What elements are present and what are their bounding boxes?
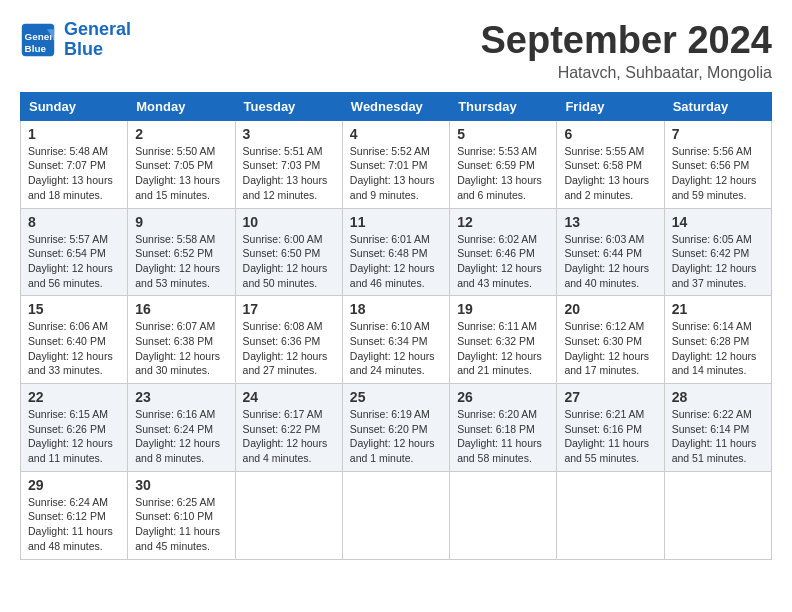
calendar-cell: 30Sunrise: 6:25 AM Sunset: 6:10 PM Dayli…: [128, 471, 235, 559]
day-info: Sunrise: 6:24 AM Sunset: 6:12 PM Dayligh…: [28, 495, 120, 554]
calendar-cell: 11Sunrise: 6:01 AM Sunset: 6:48 PM Dayli…: [342, 208, 449, 296]
day-info: Sunrise: 5:48 AM Sunset: 7:07 PM Dayligh…: [28, 144, 120, 203]
day-number: 25: [350, 389, 442, 405]
day-number: 19: [457, 301, 549, 317]
svg-text:Blue: Blue: [25, 42, 47, 53]
day-info: Sunrise: 6:14 AM Sunset: 6:28 PM Dayligh…: [672, 319, 764, 378]
day-number: 18: [350, 301, 442, 317]
day-info: Sunrise: 6:16 AM Sunset: 6:24 PM Dayligh…: [135, 407, 227, 466]
calendar-cell: 19Sunrise: 6:11 AM Sunset: 6:32 PM Dayli…: [450, 296, 557, 384]
calendar-table: SundayMondayTuesdayWednesdayThursdayFrid…: [20, 92, 772, 560]
calendar-cell: 18Sunrise: 6:10 AM Sunset: 6:34 PM Dayli…: [342, 296, 449, 384]
day-info: Sunrise: 5:50 AM Sunset: 7:05 PM Dayligh…: [135, 144, 227, 203]
calendar-cell: [557, 471, 664, 559]
day-number: 8: [28, 214, 120, 230]
calendar-week-row: 22Sunrise: 6:15 AM Sunset: 6:26 PM Dayli…: [21, 384, 772, 472]
day-info: Sunrise: 6:21 AM Sunset: 6:16 PM Dayligh…: [564, 407, 656, 466]
calendar-cell: 20Sunrise: 6:12 AM Sunset: 6:30 PM Dayli…: [557, 296, 664, 384]
calendar-cell: 6Sunrise: 5:55 AM Sunset: 6:58 PM Daylig…: [557, 120, 664, 208]
weekday-header-row: SundayMondayTuesdayWednesdayThursdayFrid…: [21, 92, 772, 120]
weekday-header-friday: Friday: [557, 92, 664, 120]
calendar-cell: 17Sunrise: 6:08 AM Sunset: 6:36 PM Dayli…: [235, 296, 342, 384]
calendar-cell: 27Sunrise: 6:21 AM Sunset: 6:16 PM Dayli…: [557, 384, 664, 472]
day-number: 15: [28, 301, 120, 317]
calendar-cell: 14Sunrise: 6:05 AM Sunset: 6:42 PM Dayli…: [664, 208, 771, 296]
day-number: 16: [135, 301, 227, 317]
logo-icon: General Blue: [20, 22, 56, 58]
day-info: Sunrise: 6:06 AM Sunset: 6:40 PM Dayligh…: [28, 319, 120, 378]
calendar-cell: 26Sunrise: 6:20 AM Sunset: 6:18 PM Dayli…: [450, 384, 557, 472]
calendar-cell: 9Sunrise: 5:58 AM Sunset: 6:52 PM Daylig…: [128, 208, 235, 296]
day-info: Sunrise: 6:05 AM Sunset: 6:42 PM Dayligh…: [672, 232, 764, 291]
day-info: Sunrise: 6:17 AM Sunset: 6:22 PM Dayligh…: [243, 407, 335, 466]
calendar-cell: [450, 471, 557, 559]
day-number: 11: [350, 214, 442, 230]
calendar-cell: 28Sunrise: 6:22 AM Sunset: 6:14 PM Dayli…: [664, 384, 771, 472]
day-number: 5: [457, 126, 549, 142]
day-number: 6: [564, 126, 656, 142]
day-number: 23: [135, 389, 227, 405]
day-info: Sunrise: 6:11 AM Sunset: 6:32 PM Dayligh…: [457, 319, 549, 378]
day-number: 29: [28, 477, 120, 493]
day-info: Sunrise: 5:56 AM Sunset: 6:56 PM Dayligh…: [672, 144, 764, 203]
calendar-cell: 10Sunrise: 6:00 AM Sunset: 6:50 PM Dayli…: [235, 208, 342, 296]
day-info: Sunrise: 6:03 AM Sunset: 6:44 PM Dayligh…: [564, 232, 656, 291]
day-number: 21: [672, 301, 764, 317]
day-number: 30: [135, 477, 227, 493]
weekday-header-sunday: Sunday: [21, 92, 128, 120]
day-number: 13: [564, 214, 656, 230]
day-number: 26: [457, 389, 549, 405]
location-title: Hatavch, Suhbaatar, Mongolia: [481, 64, 773, 82]
calendar-cell: 21Sunrise: 6:14 AM Sunset: 6:28 PM Dayli…: [664, 296, 771, 384]
day-info: Sunrise: 5:58 AM Sunset: 6:52 PM Dayligh…: [135, 232, 227, 291]
day-info: Sunrise: 5:53 AM Sunset: 6:59 PM Dayligh…: [457, 144, 549, 203]
calendar-cell: 8Sunrise: 5:57 AM Sunset: 6:54 PM Daylig…: [21, 208, 128, 296]
day-info: Sunrise: 6:12 AM Sunset: 6:30 PM Dayligh…: [564, 319, 656, 378]
calendar-cell: 22Sunrise: 6:15 AM Sunset: 6:26 PM Dayli…: [21, 384, 128, 472]
calendar-week-row: 29Sunrise: 6:24 AM Sunset: 6:12 PM Dayli…: [21, 471, 772, 559]
calendar-cell: [235, 471, 342, 559]
weekday-header-thursday: Thursday: [450, 92, 557, 120]
day-number: 28: [672, 389, 764, 405]
month-title: September 2024: [481, 20, 773, 62]
day-number: 22: [28, 389, 120, 405]
calendar-cell: 16Sunrise: 6:07 AM Sunset: 6:38 PM Dayli…: [128, 296, 235, 384]
day-number: 1: [28, 126, 120, 142]
day-info: Sunrise: 6:22 AM Sunset: 6:14 PM Dayligh…: [672, 407, 764, 466]
calendar-cell: 25Sunrise: 6:19 AM Sunset: 6:20 PM Dayli…: [342, 384, 449, 472]
day-info: Sunrise: 6:25 AM Sunset: 6:10 PM Dayligh…: [135, 495, 227, 554]
day-info: Sunrise: 6:01 AM Sunset: 6:48 PM Dayligh…: [350, 232, 442, 291]
day-number: 24: [243, 389, 335, 405]
calendar-cell: [342, 471, 449, 559]
calendar-cell: 24Sunrise: 6:17 AM Sunset: 6:22 PM Dayli…: [235, 384, 342, 472]
calendar-week-row: 15Sunrise: 6:06 AM Sunset: 6:40 PM Dayli…: [21, 296, 772, 384]
day-info: Sunrise: 5:57 AM Sunset: 6:54 PM Dayligh…: [28, 232, 120, 291]
day-number: 3: [243, 126, 335, 142]
day-info: Sunrise: 6:02 AM Sunset: 6:46 PM Dayligh…: [457, 232, 549, 291]
day-number: 10: [243, 214, 335, 230]
day-number: 20: [564, 301, 656, 317]
day-number: 7: [672, 126, 764, 142]
calendar-cell: 2Sunrise: 5:50 AM Sunset: 7:05 PM Daylig…: [128, 120, 235, 208]
calendar-cell: 23Sunrise: 6:16 AM Sunset: 6:24 PM Dayli…: [128, 384, 235, 472]
day-info: Sunrise: 5:55 AM Sunset: 6:58 PM Dayligh…: [564, 144, 656, 203]
calendar-cell: 13Sunrise: 6:03 AM Sunset: 6:44 PM Dayli…: [557, 208, 664, 296]
calendar-cell: 29Sunrise: 6:24 AM Sunset: 6:12 PM Dayli…: [21, 471, 128, 559]
day-number: 2: [135, 126, 227, 142]
day-number: 4: [350, 126, 442, 142]
day-number: 14: [672, 214, 764, 230]
calendar-week-row: 1Sunrise: 5:48 AM Sunset: 7:07 PM Daylig…: [21, 120, 772, 208]
calendar-cell: 3Sunrise: 5:51 AM Sunset: 7:03 PM Daylig…: [235, 120, 342, 208]
day-info: Sunrise: 6:00 AM Sunset: 6:50 PM Dayligh…: [243, 232, 335, 291]
day-info: Sunrise: 5:51 AM Sunset: 7:03 PM Dayligh…: [243, 144, 335, 203]
day-info: Sunrise: 6:10 AM Sunset: 6:34 PM Dayligh…: [350, 319, 442, 378]
calendar-cell: [664, 471, 771, 559]
calendar-cell: 4Sunrise: 5:52 AM Sunset: 7:01 PM Daylig…: [342, 120, 449, 208]
day-number: 27: [564, 389, 656, 405]
calendar-cell: 1Sunrise: 5:48 AM Sunset: 7:07 PM Daylig…: [21, 120, 128, 208]
weekday-header-wednesday: Wednesday: [342, 92, 449, 120]
logo-line2: Blue: [64, 39, 103, 59]
page-header: General Blue General Blue September 2024…: [20, 20, 772, 82]
logo-line1: General: [64, 19, 131, 39]
day-number: 17: [243, 301, 335, 317]
